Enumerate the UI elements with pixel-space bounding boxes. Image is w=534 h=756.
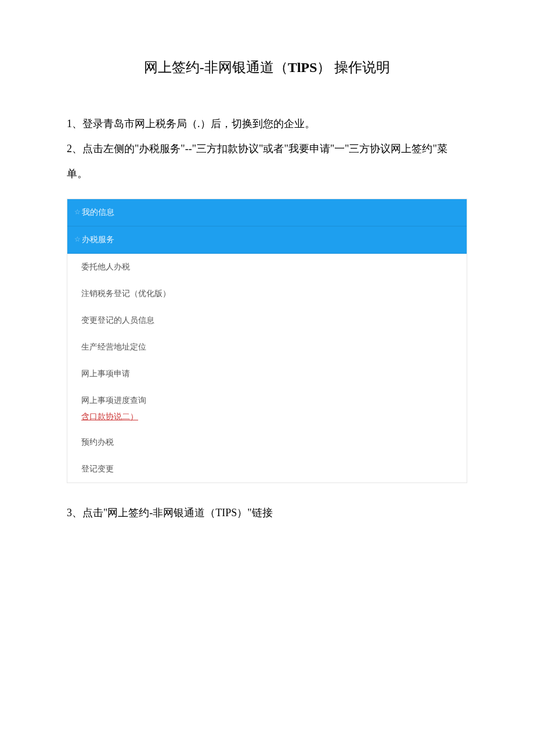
menu-item-label: 登记变更 [81,464,114,473]
menu-item-label: 注销税务登记（优化版） [81,289,171,298]
menu-header-my-info[interactable]: ☆我的信息 [67,199,467,226]
star-icon: ☆ [74,208,81,216]
step-3-text: 3、点击"网上签约-非网银通道（TIPS）"链接 [67,501,467,525]
title-suffix: ） 操作说明 [317,60,390,75]
menu-item-appointment[interactable]: 预约办税 [67,429,467,456]
title-bold: TlPS [288,60,317,75]
menu-item-delegate[interactable]: 委托他人办税 [67,254,467,280]
menu-item-cancel-reg[interactable]: 注销税务登记（优化版） [67,280,467,307]
step-2-text: 2、点击左侧的"办税服务"--"三方扣款协议"或者"我要申请"一"三方协议网上签… [67,136,467,186]
menu-item-label: 网上事项申请 [81,369,130,378]
menu-item-label: 网上事项进度查询 [81,395,146,405]
menu-item-label: 生产经营地址定位 [81,342,146,351]
menu-header-label: 我的信息 [82,207,114,217]
page-title: 网上签约-非网银通道（TlPS） 操作说明 [67,58,467,77]
menu-item-label: 含口款协说二） [81,412,138,421]
title-prefix: 网上签约-非网银通道（ [144,60,288,75]
document-page: 网上签约-非网银通道（TlPS） 操作说明 1、登录青岛市网上税务局（.）后，切… [0,0,534,560]
menu-item-reg-change[interactable]: 登记变更 [67,456,467,483]
menu-header-tax-service[interactable]: ☆办税服务 [67,226,467,254]
menu-item-address-location[interactable]: 生产经营地址定位 [67,334,467,361]
sidebar-menu: ☆我的信息 ☆办税服务 委托他人办税 注销税务登记（优化版） 变更登记的人员信息… [67,199,467,483]
step-1-text: 1、登录青岛市网上税务局（.）后，切换到您的企业。 [67,111,467,136]
menu-item-highlight-link[interactable]: 含口款协说二） [67,409,467,429]
menu-item-label: 预约办税 [81,437,114,447]
star-icon: ☆ [74,235,81,243]
menu-item-label: 变更登记的人员信息 [81,315,154,325]
menu-item-online-apply[interactable]: 网上事项申请 [67,361,467,387]
menu-item-label: 委托他人办税 [81,262,130,271]
menu-item-change-personnel[interactable]: 变更登记的人员信息 [67,307,467,334]
menu-header-label: 办税服务 [82,235,114,244]
